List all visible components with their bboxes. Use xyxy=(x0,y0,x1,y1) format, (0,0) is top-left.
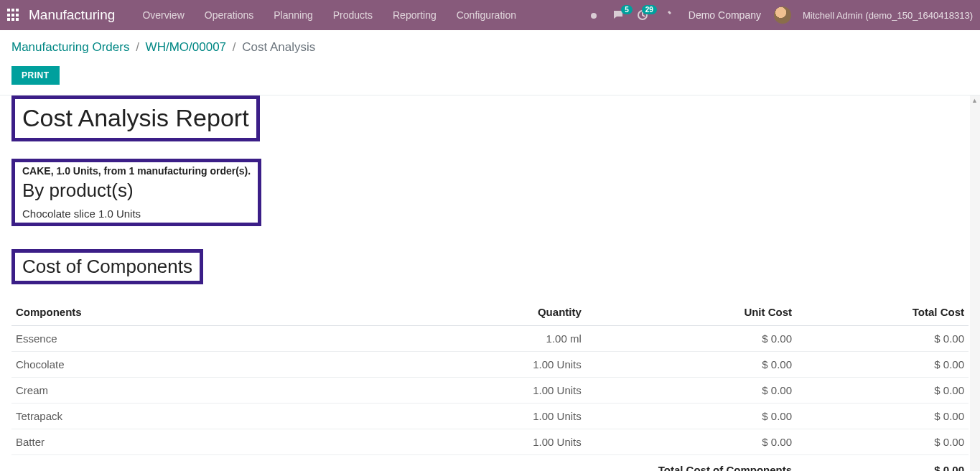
cell-unit: $ 0.00 xyxy=(586,403,796,429)
table-row: Essence1.00 ml$ 0.00$ 0.00 xyxy=(11,325,969,351)
user-avatar[interactable] xyxy=(774,6,791,24)
breadcrumb-sep: / xyxy=(136,40,139,54)
menu-planning[interactable]: Planning xyxy=(263,0,323,30)
table-row: Batter1.00 Units$ 0.00$ 0.00 xyxy=(11,429,969,454)
activities-icon[interactable]: 29 xyxy=(634,9,651,21)
cell-total: $ 0.00 xyxy=(796,351,969,377)
menu-configuration[interactable]: Configuration xyxy=(447,0,526,30)
cell-unit: $ 0.00 xyxy=(586,351,796,377)
cell-qty: 1.00 Units xyxy=(414,377,586,403)
cell-unit: $ 0.00 xyxy=(586,325,796,351)
cell-qty: 1.00 Units xyxy=(414,351,586,377)
apps-icon[interactable] xyxy=(7,9,20,22)
activities-badge: 29 xyxy=(642,5,657,14)
scrollbar[interactable]: ▲ xyxy=(970,95,980,471)
menu-products[interactable]: Products xyxy=(323,0,383,30)
byproduct-line: Chocolate slice 1.0 Units xyxy=(22,207,251,220)
menu-operations[interactable]: Operations xyxy=(195,0,263,30)
table-row: Tetrapack1.00 Units$ 0.00$ 0.00 xyxy=(11,403,969,429)
cell-qty: 1.00 Units xyxy=(414,403,586,429)
cell-name: Batter xyxy=(11,429,414,454)
col-quantity: Quantity xyxy=(414,299,586,326)
company-selector[interactable]: Demo Company xyxy=(683,9,767,21)
col-total-cost: Total Cost xyxy=(796,299,969,326)
total-label: Total Cost of Components xyxy=(586,454,796,471)
col-unit-cost: Unit Cost xyxy=(586,299,796,326)
summary-line: CAKE, 1.0 Units, from 1 manufacturing or… xyxy=(22,165,251,177)
cell-total: $ 0.00 xyxy=(796,403,969,429)
breadcrumb-current: Cost Analysis xyxy=(242,40,315,54)
summary-product: CAKE xyxy=(22,165,51,177)
scroll-up-arrow[interactable]: ▲ xyxy=(971,97,978,104)
breadcrumb-sep: / xyxy=(233,40,236,54)
menu-overview[interactable]: Overview xyxy=(132,0,194,30)
components-title: Cost of Components xyxy=(22,256,192,278)
table-row: Chocolate1.00 Units$ 0.00$ 0.00 xyxy=(11,351,969,377)
table-header-row: Components Quantity Unit Cost Total Cost xyxy=(11,299,969,326)
cell-total: $ 0.00 xyxy=(796,325,969,351)
menu-reporting[interactable]: Reporting xyxy=(383,0,447,30)
col-components: Components xyxy=(11,299,414,326)
print-button[interactable]: PRINT xyxy=(11,66,60,85)
app-brand[interactable]: Manufacturing xyxy=(29,7,115,23)
cell-qty: 1.00 ml xyxy=(414,325,586,351)
byproducts-title: By product(s) xyxy=(22,179,251,202)
main-menu: Overview Operations Planning Products Re… xyxy=(132,0,526,30)
cell-total: $ 0.00 xyxy=(796,429,969,454)
breadcrumb-link-mo[interactable]: WH/MO/00007 xyxy=(146,40,226,54)
messages-icon[interactable]: 5 xyxy=(610,9,627,21)
breadcrumb-link-orders[interactable]: Manufacturing Orders xyxy=(11,40,129,54)
table-row: Cream1.00 Units$ 0.00$ 0.00 xyxy=(11,377,969,403)
breadcrumb: Manufacturing Orders / WH/MO/00007 / Cos… xyxy=(11,40,969,55)
summary-box: CAKE, 1.0 Units, from 1 manufacturing or… xyxy=(11,159,261,226)
cell-name: Cream xyxy=(11,377,414,403)
total-value: $ 0.00 xyxy=(796,454,969,471)
report-title-box: Cost Analysis Report xyxy=(11,95,260,141)
svg-point-0 xyxy=(591,13,597,19)
cell-unit: $ 0.00 xyxy=(586,377,796,403)
components-total-row: Total Cost of Components $ 0.00 xyxy=(11,454,969,471)
cell-name: Chocolate xyxy=(11,351,414,377)
cell-name: Essence xyxy=(11,325,414,351)
user-name[interactable]: Mitchell Admin (demo_150_1640418313) xyxy=(803,10,973,21)
cell-total: $ 0.00 xyxy=(796,377,969,403)
report-title: Cost Analysis Report xyxy=(22,102,249,135)
messages-badge: 5 xyxy=(621,5,633,14)
components-table: Components Quantity Unit Cost Total Cost… xyxy=(11,299,969,471)
nav-right: 5 29 Demo Company Mitchell Admin (demo_1… xyxy=(585,6,973,24)
breadcrumb-bar: Manufacturing Orders / WH/MO/00007 / Cos… xyxy=(0,30,980,62)
cell-qty: 1.00 Units xyxy=(414,429,586,454)
debug-icon[interactable] xyxy=(585,9,602,21)
cell-unit: $ 0.00 xyxy=(586,429,796,454)
cell-name: Tetrapack xyxy=(11,403,414,429)
top-navbar: Manufacturing Overview Operations Planni… xyxy=(0,0,980,30)
components-title-box: Cost of Components xyxy=(11,249,203,284)
summary-rest: , 1.0 Units, from 1 manufacturing order(… xyxy=(51,165,251,177)
tools-icon[interactable] xyxy=(658,9,676,21)
report-content: ▲ Cost Analysis Report CAKE, 1.0 Units, … xyxy=(0,95,980,471)
